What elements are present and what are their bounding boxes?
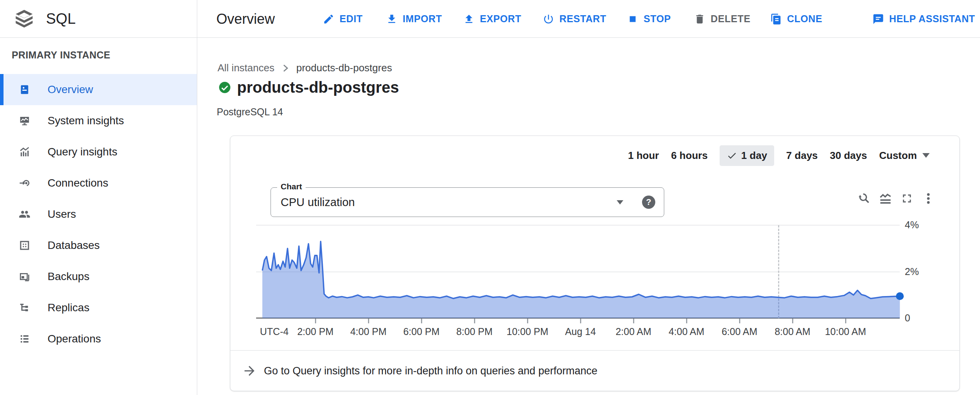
x-axis-label: 10:00 AM: [814, 326, 877, 337]
check-icon: [727, 150, 737, 161]
select-arrow-icon: [617, 200, 623, 205]
sidebar-item-label: Users: [48, 208, 76, 220]
time-range-30-days[interactable]: 30 days: [830, 150, 867, 162]
sidebar-item-overview[interactable]: Overview: [0, 74, 197, 105]
x-axis-tick: [792, 319, 793, 323]
help-assistant-button[interactable]: HELP ASSISTANT: [872, 0, 975, 38]
sql-product-icon: [14, 9, 34, 29]
sidebar-item-label: System insights: [48, 115, 124, 127]
engine-version: PostgreSQL 14: [217, 106, 283, 118]
import-button[interactable]: IMPORT: [386, 0, 442, 38]
export-button[interactable]: EXPORT: [463, 0, 521, 38]
help-icon[interactable]: ?: [642, 196, 655, 209]
sidebar-item-label: Connections: [48, 177, 108, 189]
time-range-1-hour[interactable]: 1 hour: [628, 150, 659, 162]
x-axis-tick: [368, 319, 369, 323]
cpu-chart-svg[interactable]: [260, 213, 907, 319]
metrics-card: 1 hour 6 hours 1 day 7 days 30 days Cust…: [230, 136, 960, 391]
main-content: All instances products-db-postgres produ…: [197, 38, 980, 395]
x-axis-tick: [315, 319, 316, 323]
latest-value-dot: [896, 292, 904, 300]
product-name: SQL: [46, 0, 76, 38]
sidebar-item-replicas[interactable]: Replicas: [0, 292, 197, 323]
backups-icon: [19, 271, 30, 282]
clone-button[interactable]: CLONE: [770, 0, 823, 38]
connection-icon: [19, 177, 30, 189]
instance-overview-icon: [19, 84, 30, 95]
arrow-forward-icon: [242, 363, 257, 378]
sidebar-divider: [197, 0, 197, 395]
sidebar: PRIMARY INSTANCE Overview System insight…: [0, 38, 197, 395]
monitor-chart-icon: [19, 115, 30, 127]
sidebar-item-label: Backups: [48, 270, 89, 283]
chat-icon: [872, 13, 884, 25]
time-range-6-hours[interactable]: 6 hours: [671, 150, 708, 162]
trash-icon: [694, 13, 706, 25]
instance-name: products-db-postgres: [237, 79, 399, 96]
x-axis-tick: [580, 319, 581, 323]
sidebar-item-operations[interactable]: Operations: [0, 323, 197, 354]
export-icon: [463, 13, 475, 25]
users-icon: [19, 208, 30, 220]
sidebar-item-query-insights[interactable]: Query insights: [0, 136, 197, 168]
top-header: SQL Overview EDIT IMPORT EXPORT RESTART …: [0, 0, 980, 38]
query-insights-link[interactable]: Go to Query insights for more in-depth i…: [230, 350, 959, 391]
sidebar-item-system-insights[interactable]: System insights: [0, 105, 197, 136]
sidebar-item-backups[interactable]: Backups: [0, 261, 197, 292]
pencil-icon: [323, 13, 334, 25]
sidebar-item-label: Operations: [48, 333, 101, 345]
sidebar-item-label: Databases: [48, 239, 100, 252]
x-axis-tick: [474, 319, 475, 323]
x-axis-tick: [421, 319, 422, 323]
time-range-custom[interactable]: Custom: [879, 150, 930, 162]
sidebar-section-label: PRIMARY INSTANCE: [12, 49, 110, 61]
operations-list-icon: [19, 333, 30, 345]
edit-button[interactable]: EDIT: [323, 0, 363, 38]
sidebar-item-connections[interactable]: Connections: [0, 168, 197, 199]
sidebar-item-label: Query insights: [48, 146, 117, 158]
restart-button[interactable]: RESTART: [543, 0, 606, 38]
y-axis-label: 2%: [905, 266, 936, 277]
x-axis-tick: [633, 319, 634, 323]
chevron-right-icon: [281, 63, 290, 73]
chevron-down-icon: [922, 153, 930, 158]
query-insights-link-text: Go to Query insights for more in-depth i…: [264, 351, 597, 391]
chart-toolbar: [857, 192, 935, 205]
more-vert-icon[interactable]: [922, 192, 935, 205]
delete-button[interactable]: DELETE: [694, 0, 750, 38]
breadcrumb-current: products-db-postgres: [296, 62, 392, 74]
insights-chart-icon: [19, 146, 30, 158]
time-range-7-days[interactable]: 7 days: [786, 150, 818, 162]
x-axis-tick: [739, 319, 740, 323]
breadcrumb: All instances products-db-postgres: [218, 62, 392, 74]
reset-zoom-icon[interactable]: [857, 192, 871, 205]
status-running-icon: [218, 81, 231, 94]
time-range-selector: 1 hour 6 hours 1 day 7 days 30 days Cust…: [628, 145, 930, 166]
databases-grid-icon: [19, 240, 30, 251]
x-axis-tick: [686, 319, 687, 323]
page-title: Overview: [216, 0, 275, 38]
clone-icon: [770, 13, 782, 25]
sidebar-item-databases[interactable]: Databases: [0, 230, 197, 261]
sidebar-item-label: Replicas: [48, 302, 89, 314]
fullscreen-icon[interactable]: [900, 192, 914, 205]
y-axis-label: 0: [905, 312, 936, 324]
y-axis-label: 4%: [905, 219, 936, 231]
chart-select-value: CPU utilization: [281, 188, 355, 217]
sidebar-item-label: Overview: [48, 83, 93, 96]
x-axis-tick: [527, 319, 528, 323]
import-icon: [386, 13, 398, 25]
time-range-1-day[interactable]: 1 day: [720, 145, 774, 166]
breadcrumb-all-instances[interactable]: All instances: [218, 62, 274, 74]
instance-title-row: products-db-postgres: [218, 79, 399, 96]
cloud-sql-console: SQL Overview EDIT IMPORT EXPORT RESTART …: [0, 0, 980, 395]
x-axis-tick: [845, 319, 846, 323]
power-icon: [543, 13, 554, 25]
area-chart-icon[interactable]: [879, 192, 892, 205]
stop-icon: [627, 13, 639, 25]
replicas-tree-icon: [19, 302, 30, 314]
stop-button[interactable]: STOP: [627, 0, 671, 38]
sidebar-item-users[interactable]: Users: [0, 199, 197, 230]
